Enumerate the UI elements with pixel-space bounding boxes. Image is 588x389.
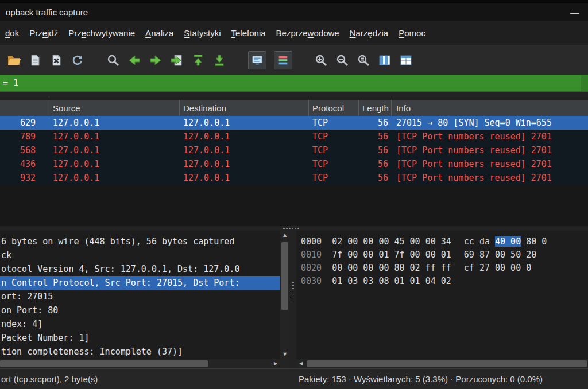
status-packet-counts: Pakiety: 153 · Wyświetlanych: 5 (3.3%) ·… — [299, 374, 543, 384]
menu-item-narzedzia[interactable]: Narzędzia — [345, 25, 394, 41]
detail-line[interactable]: Packet Number: 1] — [0, 331, 280, 345]
hex-bytes[interactable]: 00 00 00 00 80 02 ff ff — [332, 262, 451, 275]
packet-details-tree[interactable]: 6 bytes on wire (448 bits), 56 bytes cap… — [0, 231, 280, 359]
packet-row[interactable]: 789 127.0.0.1 127.0.0.1 TCP 56 [TCP Port… — [0, 130, 588, 143]
filter-bar-edge — [581, 75, 588, 91]
packet-source: 127.0.0.1 — [49, 157, 180, 171]
hex-offset: 0020 — [301, 262, 322, 275]
first-packet-icon[interactable] — [191, 53, 205, 67]
hex-row[interactable]: 0020 00 00 00 00 80 02 ff ff cf 27 00 00… — [301, 262, 588, 275]
zoom-original-icon[interactable] — [357, 53, 370, 67]
close-capture-icon[interactable] — [49, 53, 63, 67]
hex-bytes[interactable]: 80 0 — [521, 236, 547, 247]
zoom-out-icon[interactable] — [335, 53, 349, 67]
packet-row[interactable]: 932 127.0.0.1 127.0.0.1 TCP 56 [TCP Port… — [0, 171, 588, 185]
menu-item-bezprzewodowe[interactable]: Bezprzewodowe — [271, 25, 345, 41]
menu-item-analiza[interactable]: Analiza — [140, 25, 179, 41]
menu-item-widok[interactable]: dok — [0, 25, 24, 41]
packet-protocol: TCP — [309, 143, 359, 157]
hex-bytes[interactable]: cc da 40 00 80 0 — [464, 235, 547, 248]
hex-row[interactable]: 0030 01 03 03 08 01 01 04 02 — [301, 275, 588, 288]
scroll-right-icon[interactable]: ▶ — [271, 359, 280, 368]
go-to-packet-icon[interactable] — [170, 53, 184, 67]
column-header-no[interactable] — [0, 100, 49, 116]
open-file-icon[interactable] — [7, 53, 21, 67]
scrollbar-thumb[interactable] — [0, 360, 208, 367]
menu-item-przechwytywanie[interactable]: Przechwytywanie — [63, 25, 140, 41]
detail-line-selected[interactable]: n Control Protocol, Src Port: 27015, Dst… — [0, 276, 280, 290]
detail-line[interactable]: ort: 27015 — [0, 290, 280, 304]
title-bar[interactable]: opback traffic capture — — [0, 3, 588, 21]
zoom-in-icon[interactable] — [314, 53, 328, 67]
hex-row[interactable]: 0010 7f 00 00 01 7f 00 00 01 69 87 00 50… — [301, 248, 588, 262]
vertical-splitter[interactable] — [289, 231, 296, 368]
packet-destination: 127.0.0.1 — [180, 171, 309, 185]
splitter-grip-icon[interactable] — [292, 281, 295, 299]
packet-destination: 127.0.0.1 — [180, 130, 309, 143]
packet-destination: 127.0.0.1 — [180, 143, 309, 157]
detail-line[interactable]: on Port: 80 — [0, 304, 280, 317]
scroll-up-icon[interactable]: ▲ — [280, 231, 289, 240]
column-header-length[interactable]: Length — [359, 100, 392, 116]
display-filter-input[interactable]: = 1 — [0, 78, 18, 88]
minimize-button[interactable]: — — [567, 7, 582, 17]
detail-line[interactable]: ck — [0, 248, 280, 262]
packet-no: 789 — [0, 130, 49, 143]
packet-length: 56 — [359, 157, 392, 171]
packet-row-selected[interactable]: 629 127.0.0.1 127.0.0.1 TCP 56 27015 → 8… — [0, 116, 588, 130]
packet-row[interactable]: 568 127.0.0.1 127.0.0.1 TCP 56 [TCP Port… — [0, 143, 588, 157]
scroll-down-icon[interactable]: ▼ — [280, 350, 289, 359]
menu-item-statystyki[interactable]: Statystyki — [179, 25, 226, 41]
packet-list: 629 127.0.0.1 127.0.0.1 TCP 56 27015 → 8… — [0, 116, 588, 226]
find-packet-icon[interactable] — [106, 53, 120, 67]
hex-bytes[interactable]: 02 00 00 00 45 00 00 34 — [332, 235, 451, 248]
packet-info: 27015 → 80 [SYN] Seq=0 Win=655 — [392, 116, 588, 130]
hex-bytes[interactable]: 69 87 00 50 20 — [464, 248, 536, 262]
packet-source: 127.0.0.1 — [49, 116, 180, 130]
hex-dump[interactable]: 0000 02 00 00 00 45 00 00 34 cc da 40 00… — [296, 231, 588, 359]
packet-protocol: TCP — [309, 171, 359, 185]
colorize-toggle-button[interactable] — [274, 51, 292, 69]
detail-line[interactable]: ndex: 4] — [0, 317, 280, 331]
go-forward-icon[interactable] — [149, 53, 163, 67]
save-file-icon[interactable] — [28, 53, 42, 67]
scrollbar-thumb[interactable] — [281, 242, 288, 310]
last-packet-icon[interactable] — [212, 53, 226, 67]
detail-line[interactable]: tion completeness: Incomplete (37)] — [0, 345, 280, 359]
menu-item-telefonia[interactable]: Telefonia — [226, 25, 271, 41]
resize-columns-icon[interactable] — [378, 53, 392, 67]
scrollbar-thumb[interactable] — [307, 360, 587, 367]
column-header-info[interactable]: Info — [392, 100, 588, 116]
horizontal-splitter[interactable] — [0, 226, 588, 231]
packet-length: 56 — [359, 171, 392, 185]
hex-bytes[interactable]: 7f 00 00 01 7f 00 00 01 — [332, 248, 451, 262]
packet-no: 932 — [0, 171, 49, 185]
hex-bytes-highlighted[interactable]: 40 00 — [495, 236, 521, 247]
column-header-source[interactable]: Source — [49, 100, 180, 116]
column-header-protocol[interactable]: Protocol — [309, 100, 359, 116]
column-header-destination[interactable]: Destination — [180, 100, 309, 116]
hex-row[interactable]: 0000 02 00 00 00 45 00 00 34 cc da 40 00… — [301, 235, 588, 248]
hex-offset: 0030 — [301, 275, 322, 288]
packet-bytes-pane: 0000 02 00 00 00 45 00 00 34 cc da 40 00… — [296, 231, 588, 368]
packet-destination: 127.0.0.1 — [180, 157, 309, 171]
menu-item-przejdz[interactable]: Przejdź — [24, 25, 63, 41]
details-horizontal-scrollbar[interactable]: ▶ — [0, 359, 280, 368]
packet-info: [TCP Port numbers reused] 2701 — [392, 130, 588, 143]
display-filter-bar[interactable]: = 1 — [0, 75, 588, 92]
details-vertical-scrollbar[interactable]: ▲ ▼ — [280, 231, 289, 359]
fit-columns-icon[interactable] — [399, 53, 413, 67]
menu-item-pomoc[interactable]: Pomoc — [393, 25, 431, 41]
reload-icon[interactable] — [71, 53, 84, 67]
hex-horizontal-scrollbar[interactable]: ◀ — [296, 359, 588, 368]
go-back-icon[interactable] — [127, 53, 141, 67]
splitter-grip-icon[interactable] — [283, 227, 299, 230]
detail-line[interactable]: 6 bytes on wire (448 bits), 56 bytes cap… — [0, 235, 280, 248]
scroll-left-icon[interactable]: ◀ — [296, 359, 305, 368]
detail-line[interactable]: otocol Version 4, Src: 127.0.0.1, Dst: 1… — [0, 262, 280, 276]
hex-bytes[interactable]: cf 27 00 00 0 — [464, 262, 531, 275]
hex-bytes[interactable]: 01 03 03 08 01 01 04 02 — [332, 275, 451, 288]
hex-bytes[interactable]: cc da — [464, 236, 495, 247]
packet-row[interactable]: 436 127.0.0.1 127.0.0.1 TCP 56 [TCP Port… — [0, 157, 588, 171]
autoscroll-toggle-button[interactable] — [248, 51, 266, 69]
